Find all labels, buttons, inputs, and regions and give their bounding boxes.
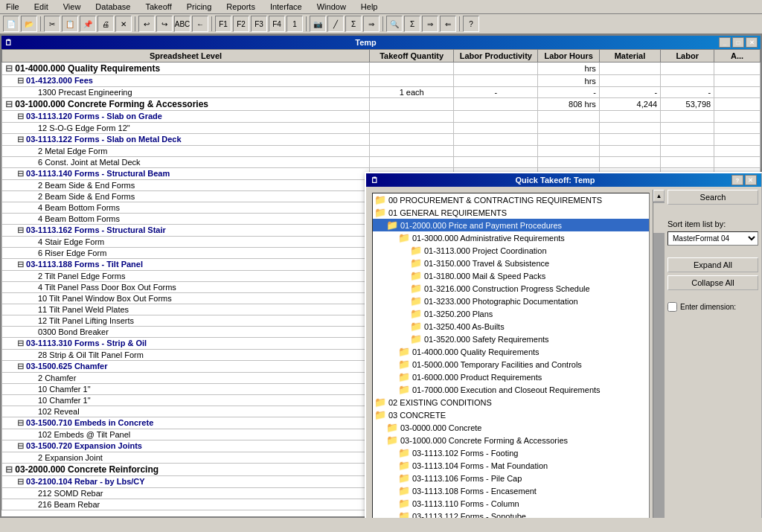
table-row[interactable]: ⊟ 01-4123.000 Feeshrs — [2, 75, 761, 87]
enter-dim-checkbox[interactable] — [667, 302, 677, 312]
row-label: ⊟ 03-1113.122 Forms - Slab on Metal Deck — [2, 134, 370, 146]
btn-f2[interactable]: F2 — [233, 16, 249, 32]
help-button[interactable]: ? — [463, 16, 479, 32]
minimize-button[interactable]: _ — [719, 37, 731, 48]
tree-item[interactable]: 📁01-3250.400 As-Builts — [373, 320, 649, 333]
folder-icon: 📁 — [398, 371, 410, 382]
menu-window[interactable]: Window — [314, 1, 349, 12]
tree-item[interactable]: 📁01-6000.000 Product Requirements — [373, 371, 649, 383]
popup-help-icon[interactable]: ? — [731, 175, 743, 185]
tree-item[interactable]: 📁01 GENERAL REQUIREMENTS — [373, 206, 649, 219]
tree-item[interactable]: 📁03-0000.000 Concrete — [373, 421, 649, 434]
tree-item[interactable]: 📁01-3000.000 Administrative Requirements — [373, 231, 649, 244]
popup-scrollbar[interactable]: ▲ ▼ — [653, 190, 665, 518]
close-button[interactable]: ✕ — [746, 37, 758, 48]
btn-f4[interactable]: F4 — [269, 16, 285, 32]
menu-edit[interactable]: Edit — [31, 1, 51, 12]
row-label: 216 Beam Rebar — [2, 499, 370, 510]
tree-item[interactable]: 📁01-3250.200 Plans — [373, 307, 649, 320]
tree-item[interactable]: 📁03-1113.110 Forms - Column — [373, 497, 649, 510]
folder-icon: 📁 — [410, 245, 422, 256]
table-row[interactable]: ⊟ 03-1000.000 Concrete Forming & Accesso… — [2, 98, 761, 111]
redo-button[interactable]: ↪ — [156, 16, 173, 32]
new-button[interactable]: 📄 — [3, 16, 19, 32]
undo-button[interactable]: ↩ — [138, 16, 155, 32]
search-button[interactable]: 🔍 — [386, 16, 403, 32]
row-label: ⊟ 03-1500.720 Expansion Joints — [2, 440, 370, 452]
paste-button[interactable]: 📌 — [80, 16, 96, 32]
menu-takeoff[interactable]: Takeoff — [142, 1, 174, 12]
folder-icon: 📁 — [398, 384, 410, 395]
sort-select[interactable]: MasterFormat 04 — [667, 231, 758, 246]
table-row[interactable]: ⊟ 01-4000.000 Quality Requirementshrs — [2, 63, 761, 75]
camera-button[interactable]: 📷 — [310, 16, 326, 32]
table-row[interactable]: ⊟ 03-1113.120 Forms - Slab on Grade — [2, 111, 761, 123]
table-row[interactable]: 12 S-O-G Edge Form 12" — [2, 123, 761, 134]
table-row[interactable]: 1300 Precast Engineering1 each---- — [2, 87, 761, 98]
table-row[interactable]: 2 Metal Edge Form — [2, 146, 761, 157]
menu-reports[interactable]: Reports — [223, 1, 258, 12]
row-label: ⊟ 01-4000.000 Quality Requirements — [2, 63, 370, 75]
tree-item[interactable]: 📁01-7000.000 Execution and Closeout Requ… — [373, 383, 649, 396]
tree-item[interactable]: 📁01-3216.000 Construction Progress Sched… — [373, 282, 649, 295]
print-button[interactable]: 🖨 — [97, 16, 114, 32]
btn-f3[interactable]: F3 — [251, 16, 267, 32]
popup-close-button[interactable]: ✕ — [745, 175, 757, 185]
tree-item[interactable]: 📁01-4000.000 Quality Requirements — [373, 345, 649, 358]
tree-item[interactable]: 📁03-1113.102 Forms - Footing — [373, 446, 649, 459]
sep3 — [211, 16, 212, 31]
delete-button[interactable]: ✕ — [115, 16, 132, 32]
folder-icon: 📁 — [410, 308, 422, 319]
tree-item[interactable]: 📁01-3520.000 Safety Requirements — [373, 333, 649, 345]
scroll-up[interactable]: ▲ — [653, 190, 665, 202]
tree-item[interactable]: 📁02 EXISTING CONDITIONS — [373, 396, 649, 408]
tree-item[interactable]: 📁01-2000.000 Price and Payment Procedure… — [373, 219, 649, 231]
scroll-thumb[interactable] — [653, 203, 665, 233]
menu-interface[interactable]: Interface — [267, 1, 305, 12]
search-button[interactable]: Search — [667, 190, 758, 205]
tree-item[interactable]: 📁03-1113.104 Forms - Mat Foundation — [373, 459, 649, 472]
btn-f5[interactable]: 1 — [286, 16, 303, 32]
maximize-button[interactable]: □ — [732, 37, 744, 48]
arrow-button[interactable]: ⇒ — [422, 16, 438, 32]
folder-icon: 📁 — [374, 409, 386, 420]
spell-button[interactable]: ABC — [174, 16, 190, 32]
table-row[interactable]: 6 Const. Joint at Metal Deck — [2, 157, 761, 168]
row-label: ⊟ 03-1000.000 Concrete Forming & Accesso… — [2, 98, 370, 111]
line-button[interactable]: ╱ — [327, 16, 344, 32]
tree-item[interactable]: 📁03-1000.000 Concrete Forming & Accessor… — [373, 434, 649, 446]
tree-item[interactable]: 📁01-3180.000 Mail & Speed Packs — [373, 269, 649, 282]
folder-icon: 📁 — [410, 295, 422, 307]
quick-takeoff-popup: 🗒 Quick Takeoff: Temp ? ✕ 📁00 PROCUREMEN… — [365, 172, 762, 518]
tree-item[interactable]: 📁01-3113.000 Project Coordination — [373, 244, 649, 257]
sigma-button[interactable]: Σ — [404, 16, 420, 32]
menu-file[interactable]: File — [3, 1, 22, 12]
menu-database[interactable]: Database — [92, 1, 133, 12]
tree-item[interactable]: 📁01-3150.000 Travel & Subsistence — [373, 257, 649, 269]
popup-title: Quick Takeoff: Temp — [515, 176, 595, 185]
expand-all-button[interactable]: Expand All — [667, 257, 758, 272]
col-header-labor-hours: Labor Hours — [538, 50, 599, 63]
table-row[interactable]: ⊟ 03-1113.122 Forms - Slab on Metal Deck — [2, 134, 761, 146]
menu-pricing[interactable]: Pricing — [184, 1, 215, 12]
tree-item[interactable]: 📁03-1113.112 Forms - Sonotube — [373, 510, 649, 518]
btn-f1[interactable]: F1 — [215, 16, 231, 32]
back-button[interactable]: ← — [192, 16, 208, 32]
popup-tree[interactable]: 📁00 PROCUREMENT & CONTRACTING REQUIREMEN… — [372, 193, 650, 518]
copy-button[interactable]: 📋 — [62, 16, 78, 32]
menu-help[interactable]: Help — [358, 1, 381, 12]
body-wrapper: 🗒 Temp _ □ ✕ Spreadsheet Level Takeoff Q… — [0, 34, 762, 518]
menu-view[interactable]: View — [60, 1, 84, 12]
collapse-all-button[interactable]: Collapse All — [667, 275, 758, 290]
tree-item[interactable]: 📁03-1113.106 Forms - Pile Cap — [373, 472, 649, 484]
tree-item[interactable]: 📁00 PROCUREMENT & CONTRACTING REQUIREMEN… — [373, 193, 649, 206]
tree-item[interactable]: 📁03 CONCRETE — [373, 408, 649, 421]
cut-button[interactable]: ✂ — [44, 16, 60, 32]
export-button[interactable]: ⇒ — [363, 16, 380, 32]
arrow2-button[interactable]: ⇐ — [440, 16, 456, 32]
sum-button[interactable]: Σ — [345, 16, 362, 32]
tree-item[interactable]: 📁03-1113.108 Forms - Encasement — [373, 484, 649, 497]
tree-item[interactable]: 📁01-5000.000 Temporary Facilities and Co… — [373, 358, 649, 371]
tree-item[interactable]: 📁01-3233.000 Photographic Documentation — [373, 295, 649, 307]
open-button[interactable]: 📂 — [21, 16, 37, 32]
